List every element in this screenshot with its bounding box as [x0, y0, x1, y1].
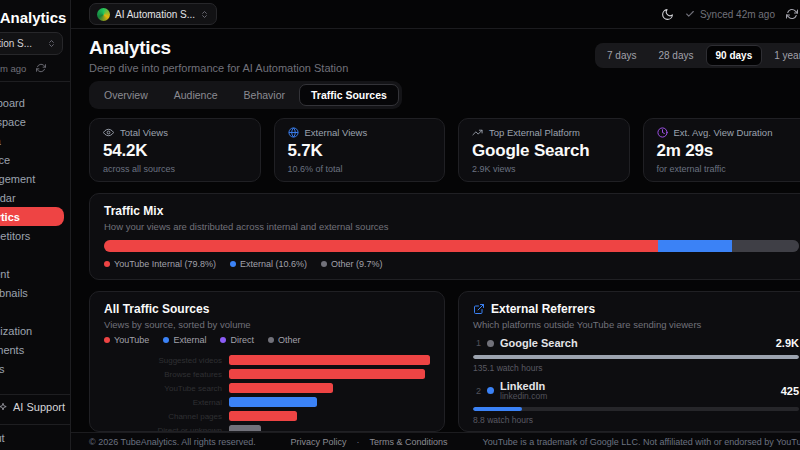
app-window: TubeAnalytics AI Automation S... Synced …	[0, 0, 800, 450]
moon-icon[interactable]	[661, 8, 674, 21]
date-range-button[interactable]: 28 days	[648, 45, 703, 66]
youtube-disclaimer: YouTube is a trademark of Google LLC. No…	[482, 437, 800, 447]
sidebar-item-label: Dashboard	[0, 97, 25, 109]
source-row: Channel pages	[104, 409, 430, 423]
sidebar-item[interactable]: Workspace	[0, 112, 70, 131]
sidebar-item-label: Analytics	[0, 211, 20, 223]
traffic-mix-legend: YouTube Internal (79.8%) External (10.6%…	[104, 259, 799, 269]
stat-label: External Views	[305, 127, 368, 138]
legend-dot	[230, 261, 236, 267]
sidebar-item[interactable]: Thumbnails	[0, 283, 70, 302]
sidebar-item[interactable]: Calendar	[0, 188, 70, 207]
analytics-tabs: Overview Audience Behavior Traffic Sourc…	[89, 81, 402, 109]
stat-value: 2m 29s	[657, 141, 800, 161]
channel-dropdown-label: AI Automation S...	[115, 9, 195, 20]
page-header: Analytics Deep dive into performance for…	[89, 37, 800, 74]
date-range-button[interactable]: 1 year	[764, 45, 800, 66]
eye-icon	[103, 127, 114, 138]
referrer-name: Google Search	[500, 337, 578, 350]
sources-bar-chart: Suggested videos Browse features YouTube…	[104, 353, 430, 432]
stat-sub: for external traffic	[657, 164, 800, 174]
stat-card-top-platform: Top External Platform Google Search 2.9K…	[458, 118, 630, 182]
ai-support-label: AI Support	[13, 401, 65, 413]
topbar-actions: Synced 42m ago	[661, 8, 798, 21]
globe-icon	[288, 127, 299, 138]
sidebar-item[interactable]: Comments	[0, 340, 70, 359]
referrer-row: 2 LinkedIn linkedin.com 425	[473, 380, 799, 425]
top-bar: AI Automation S... Synced 42m ago	[71, 0, 800, 29]
legend-item: External (10.6%)	[230, 259, 307, 269]
legend-item: Other (9.7%)	[321, 259, 383, 269]
refresh-icon[interactable]	[36, 63, 46, 73]
sidebar-item[interactable]: Optimization	[0, 321, 70, 340]
sparkles-icon	[0, 402, 8, 412]
chevrons-up-down-icon	[200, 10, 209, 19]
referrer-progress-fill	[473, 355, 799, 359]
terms-link[interactable]: Terms & Conditions	[370, 437, 448, 447]
sidebar-item[interactable]: Ideas	[0, 378, 70, 389]
stat-value: 5.7K	[288, 141, 432, 161]
sidebar-item[interactable]: Scripts	[0, 359, 70, 378]
main-area: AI Automation S... Synced 42m ago Analyt…	[71, 0, 800, 450]
legend-label: External (10.6%)	[240, 259, 307, 269]
legend-item: YouTube	[104, 335, 149, 345]
sidebar-item-label: Scripts	[0, 363, 5, 375]
source-row: Direct or unknown	[104, 423, 430, 432]
stat-label: Total Views	[120, 127, 168, 138]
legend-item: YouTube Internal (79.8%)	[104, 259, 216, 269]
referrers-header: External Referrers	[473, 302, 799, 316]
app-logo: TubeAnalytics	[0, 6, 70, 28]
tab[interactable]: Traffic Sources	[299, 84, 399, 106]
sidebar-item[interactable]: Dashboard	[0, 93, 70, 112]
source-bar	[229, 369, 425, 379]
sidebar-channel-select[interactable]: AI Automation S...	[0, 32, 63, 55]
sidebar-item[interactable]: Media	[0, 131, 70, 150]
sidebar-item[interactable]	[0, 302, 70, 321]
sidebar-item-logout[interactable]: Logout	[0, 425, 70, 450]
sidebar-item-label: Content	[0, 268, 10, 280]
legend-label: YouTube	[114, 335, 149, 345]
external-referrers-panel: External Referrers Which platforms outsi…	[458, 291, 800, 432]
date-range-button[interactable]: 7 days	[597, 45, 646, 66]
traffic-mix-segment	[104, 240, 658, 252]
sidebar-item[interactable]: Analytics	[0, 207, 64, 226]
traffic-mix-title: Traffic Mix	[104, 204, 799, 218]
stat-sub: 10.6% of total	[288, 164, 432, 174]
sidebar-item[interactable]: Finance	[0, 150, 70, 169]
footer: © 2026 TubeAnalytics. All rights reserve…	[71, 432, 800, 450]
sidebar-item-label: Finance	[0, 154, 10, 166]
date-range-button[interactable]: 90 days	[706, 45, 763, 66]
sidebar-item[interactable]: Competitors	[0, 226, 70, 245]
source-bar	[229, 383, 333, 393]
source-label: Channel pages	[104, 412, 229, 421]
referrer-name-text: LinkedIn	[500, 380, 545, 392]
sources-subtitle: Views by source, sorted by volume	[104, 319, 430, 330]
source-row: Browse features	[104, 367, 430, 381]
sidebar-item[interactable]	[0, 245, 70, 264]
legend-dot	[104, 261, 110, 267]
sidebar-item-label: Thumbnails	[0, 287, 28, 299]
sidebar-item-ai-support[interactable]: AI Support	[0, 395, 70, 419]
referrer-value: 2.9K	[776, 337, 799, 349]
sidebar-channel-label: AI Automation S...	[0, 38, 42, 49]
traffic-mix-panel: Traffic Mix How your views are distribut…	[89, 193, 800, 280]
legend-dot	[104, 337, 110, 343]
tab[interactable]: Behavior	[232, 84, 297, 106]
tab[interactable]: Audience	[162, 84, 230, 106]
referrers-list: 1 Google Search 2.9K	[473, 337, 799, 432]
channel-dropdown[interactable]: AI Automation S...	[89, 3, 217, 25]
stat-value: Google Search	[472, 141, 616, 161]
refresh-icon[interactable]	[786, 8, 798, 20]
tab[interactable]: Overview	[92, 84, 160, 106]
sidebar-item[interactable]: Management	[0, 169, 70, 188]
traffic-mix-subtitle: How your views are distributed across in…	[104, 221, 799, 232]
source-bar	[229, 355, 430, 365]
sidebar-item[interactable]: Content	[0, 264, 70, 283]
privacy-policy-link[interactable]: Privacy Policy	[291, 437, 347, 447]
stat-label: Top External Platform	[489, 127, 580, 138]
legend-dot	[268, 337, 274, 343]
source-label: YouTube search	[104, 384, 229, 393]
legend-label: External	[173, 335, 206, 345]
legend-item: External	[163, 335, 206, 345]
stat-label: Ext. Avg. View Duration	[674, 127, 773, 138]
